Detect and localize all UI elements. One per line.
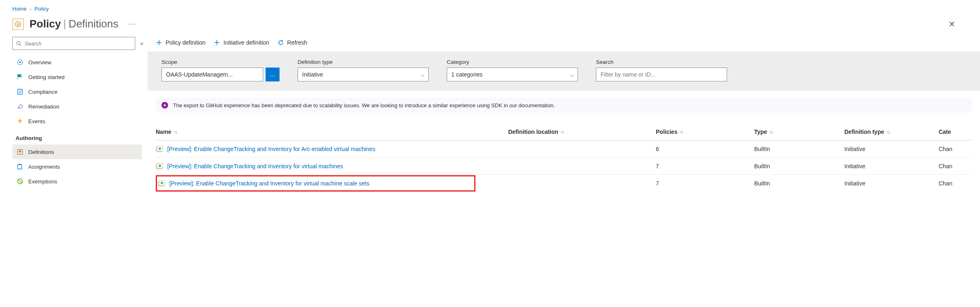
- cell-policies: 7: [656, 180, 754, 187]
- col-definition-location[interactable]: Definition location↑↓: [508, 129, 656, 135]
- col-type[interactable]: Type↑↓: [754, 129, 844, 135]
- filter-category: Category 1 categories ⌵: [447, 59, 578, 81]
- sidebar-item-label: Events: [28, 118, 45, 124]
- exemption-icon: [17, 178, 23, 185]
- bolt-icon: [17, 118, 23, 124]
- sidebar-item-compliance[interactable]: Compliance: [12, 84, 142, 99]
- sidebar-search-input[interactable]: [24, 40, 132, 47]
- breadcrumb: Home › Policy: [0, 0, 980, 15]
- table-row[interactable]: [Preview]: Enable ChangeTracking and Inv…: [156, 140, 972, 158]
- sidebar-item-label: Compliance: [28, 89, 57, 95]
- refresh-button[interactable]: Refresh: [277, 39, 307, 46]
- svg-rect-9: [18, 165, 22, 169]
- definitions-table: Name↑↓ Definition location↑↓ Policies↑↓ …: [148, 118, 980, 192]
- sidebar-item-getting-started[interactable]: Getting started: [12, 70, 142, 84]
- dashboard-icon: [17, 59, 23, 65]
- row-name-link[interactable]: [Preview]: Enable ChangeTracking and Inv…: [169, 180, 369, 187]
- sidebar-item-definitions[interactable]: Definitions: [12, 144, 142, 159]
- cell-type: BuiltIn: [754, 163, 844, 169]
- plus-icon: [156, 39, 162, 46]
- svg-rect-10: [19, 164, 20, 165]
- sort-icon: ↑↓: [680, 129, 683, 134]
- toolbar: Policy definition Initiative definition …: [148, 37, 980, 52]
- category-select[interactable]: 1 categories ⌵: [447, 68, 578, 81]
- plus-icon: [214, 39, 220, 46]
- assignment-icon: [17, 163, 23, 170]
- cell-policies: 7: [656, 163, 754, 169]
- sidebar: « Overview Getting started Compliance Re…: [0, 34, 148, 189]
- table-row[interactable]: [Preview]: Enable ChangeTracking and Inv…: [156, 158, 972, 175]
- svg-point-22: [159, 165, 161, 167]
- wrench-icon: [17, 103, 23, 110]
- sidebar-item-label: Overview: [28, 59, 51, 65]
- cell-type: BuiltIn: [754, 146, 844, 152]
- highlighted-annotation: [Preview]: Enable ChangeTracking and Inv…: [156, 175, 475, 192]
- sidebar-item-label: Getting started: [28, 74, 65, 80]
- svg-line-3: [20, 44, 21, 45]
- breadcrumb-policy[interactable]: Policy: [34, 6, 49, 12]
- sidebar-item-label: Exemptions: [28, 178, 57, 185]
- svg-point-19: [159, 147, 161, 150]
- initiative-icon: [156, 145, 163, 153]
- sidebar-search[interactable]: [12, 37, 135, 50]
- collapse-sidebar-icon[interactable]: «: [140, 40, 142, 47]
- col-policies[interactable]: Policies↑↓: [656, 129, 754, 135]
- sidebar-item-overview[interactable]: Overview: [12, 55, 142, 70]
- row-name-link[interactable]: [Preview]: Enable ChangeTracking and Inv…: [167, 146, 375, 152]
- sidebar-item-events[interactable]: Events: [12, 114, 142, 129]
- cell-type: BuiltIn: [754, 180, 844, 187]
- table-row[interactable]: [Preview]: Enable ChangeTracking and Inv…: [156, 175, 972, 192]
- add-initiative-definition-button[interactable]: Initiative definition: [214, 39, 269, 46]
- main-content: Policy definition Initiative definition …: [148, 34, 980, 192]
- chevron-right-icon: ›: [30, 7, 32, 11]
- add-policy-definition-button[interactable]: Policy definition: [156, 39, 205, 46]
- sort-icon: ↑↓: [770, 129, 773, 134]
- scope-selector-button[interactable]: …: [266, 68, 280, 81]
- cell-policies: 6: [656, 146, 754, 152]
- more-actions-icon[interactable]: ···: [128, 20, 136, 28]
- svg-point-5: [19, 61, 21, 63]
- title-sub: Definitions: [68, 18, 118, 30]
- sidebar-item-remediation[interactable]: Remediation: [12, 99, 142, 114]
- svg-point-2: [17, 41, 20, 45]
- sort-icon: ↑↓: [561, 129, 564, 134]
- svg-point-25: [161, 182, 163, 184]
- cell-definition-type: Initiative: [844, 146, 939, 152]
- scope-picker[interactable]: OAAS-UpdateManagem...: [161, 68, 263, 81]
- info-icon: [161, 102, 168, 108]
- svg-point-1: [17, 23, 19, 25]
- svg-line-12: [18, 180, 22, 183]
- chevron-down-icon: ⌵: [421, 71, 424, 78]
- title-main: Policy: [30, 18, 61, 30]
- deprecation-banner: The export to GitHub experience has been…: [156, 98, 972, 113]
- chevron-down-icon: ⌵: [570, 71, 573, 78]
- definition-type-select[interactable]: Initiative ⌵: [298, 68, 429, 81]
- col-definition-type[interactable]: Definition type↑↓: [844, 129, 939, 135]
- row-name-link[interactable]: [Preview]: Enable ChangeTracking and Inv…: [167, 163, 343, 169]
- svg-marker-0: [16, 21, 20, 27]
- sidebar-item-exemptions[interactable]: Exemptions: [12, 174, 142, 189]
- page-title: Policy | Definitions: [30, 18, 118, 30]
- table-header-row: Name↑↓ Definition location↑↓ Policies↑↓ …: [156, 123, 972, 140]
- sort-icon: ↑↓: [174, 129, 177, 134]
- col-name[interactable]: Name↑↓: [156, 129, 508, 135]
- flag-icon: [17, 74, 23, 80]
- filter-search: Search: [596, 59, 727, 81]
- sidebar-item-label: Definitions: [28, 149, 54, 155]
- sort-icon: ↑↓: [887, 129, 889, 134]
- close-icon[interactable]: ✕: [948, 20, 968, 28]
- svg-marker-8: [18, 150, 22, 153]
- cell-category: Chan: [939, 163, 980, 169]
- sidebar-section-authoring: Authoring: [12, 129, 142, 144]
- col-category[interactable]: Cate: [939, 129, 980, 135]
- checklist-icon: [17, 88, 23, 95]
- sidebar-item-assignments[interactable]: Assignments: [12, 159, 142, 174]
- banner-text: The export to GitHub experience has been…: [173, 102, 555, 108]
- initiative-icon: [156, 163, 163, 170]
- policy-icon: [12, 18, 24, 30]
- initiative-icon: [158, 180, 165, 187]
- breadcrumb-home[interactable]: Home: [12, 6, 27, 12]
- filter-search-input[interactable]: [596, 68, 727, 81]
- filter-definition-type: Definition type Initiative ⌵: [298, 59, 429, 81]
- cell-category: Chan: [939, 146, 980, 152]
